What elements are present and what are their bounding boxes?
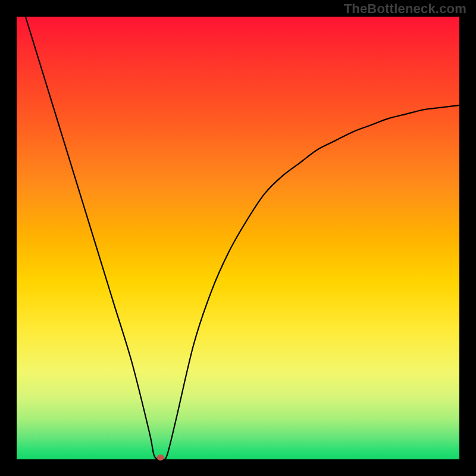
min-marker — [157, 455, 164, 461]
watermark-text: TheBottleneck.com — [344, 1, 466, 17]
chart-frame: TheBottleneck.com — [0, 0, 476, 476]
bottleneck-curve — [26, 17, 459, 460]
plot-area — [17, 17, 459, 459]
curve-svg — [17, 17, 459, 459]
